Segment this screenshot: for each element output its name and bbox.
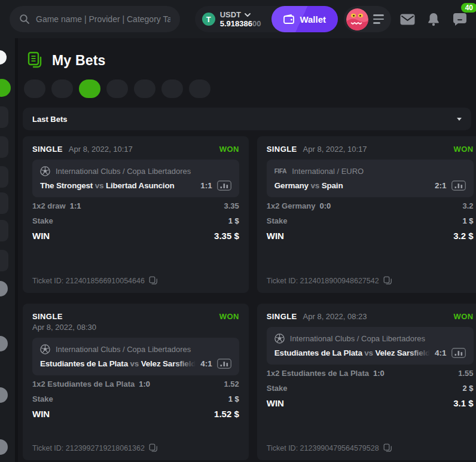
bet-type: SINGLE [32,145,63,154]
bet-card: SINGLE Apr 8, 2022, 10:17 WON FIFA Inter… [257,136,476,293]
win-row: WIN 1.52 $ [32,408,239,420]
menu-icon[interactable] [373,14,384,24]
filter-pill[interactable] [24,79,45,98]
notifications-button[interactable] [423,9,444,29]
caret-down-icon [457,118,462,121]
match-panel[interactable]: FIFA International Clubs / Copa Libertad… [267,327,474,365]
avatar[interactable] [346,8,368,30]
sidebar-item[interactable] [0,250,8,271]
bet-selection-row: 1x2 Estudiantes de La Plata1:0 1.55 [267,367,474,380]
match-teams: Estudiantes de La Plata vs Velez Sarsfie… [40,359,196,368]
stats-icon[interactable] [451,180,466,191]
bet-selection: 1x2 Estudiantes de La Plata [32,380,135,388]
win-value: 3.35 $ [214,230,239,242]
win-row: WIN 3.1 $ [267,397,474,409]
bet-selection-row: 1x2 draw1:1 3.35 [32,200,239,212]
stats-icon[interactable] [217,359,231,369]
stake-row: Stake 1 $ [32,393,239,405]
sidebar-item[interactable] [0,439,8,455]
match-teams: Germany vs Spain [274,181,430,190]
stats-icon[interactable] [217,180,231,191]
filter-pill[interactable] [51,79,73,98]
filter-pill[interactable] [134,79,155,98]
bet-type: SINGLE [267,145,297,154]
bet-selection: 1x2 draw [32,201,66,210]
bet-selection-score: 0:0 [319,201,331,210]
copy-icon[interactable] [149,443,158,452]
balance-pill: T USDT 5.91838600 Wallet [195,6,338,32]
stake-row: Stake 1 $ [32,215,239,227]
filter-pill[interactable] [79,79,100,98]
win-label: WIN [32,230,50,242]
stake-row: Stake 2 $ [267,382,474,394]
chat-icon [453,13,467,26]
bet-date: Apr 8, 2022, 08:23 [303,312,367,321]
match-panel[interactable]: FIFA International Clubs / Copa Libertad… [32,338,239,375]
fifa-icon: FIFA [274,168,286,175]
win-value: 1.52 $ [214,408,239,420]
filter-pill[interactable] [106,79,128,98]
my-bets-page: My Bets Last Bets SINGLE Apr 8, 2022, 10… [18,38,476,460]
match-panel[interactable]: FIFA International / EURO Germany vs Spa… [267,160,474,197]
ticket-id: 2124018900948627542 [300,277,379,285]
stake-value: 1 $ [228,393,239,405]
sidebar-item[interactable] [0,281,8,296]
stake-label: Stake [267,382,288,394]
sidebar-item[interactable] [0,387,8,403]
ticket-id: 2123990479564579528 [300,444,379,452]
win-row: WIN 3.35 $ [32,230,239,242]
copy-icon[interactable] [383,276,392,285]
ticket-label: Ticket ID: [32,277,63,285]
win-row: WIN 3.2 $ [267,230,474,242]
sidebar-item[interactable] [0,192,8,214]
wallet-label: Wallet [300,14,326,25]
match-score: 4:1 [435,348,447,357]
league-name: International Clubs / Copa Libertadores [290,334,425,343]
currency-selector[interactable]: USDT 5.91838600 [220,10,267,28]
league-name: International / EURO [292,167,364,176]
sidebar-item[interactable] [0,336,8,351]
sidebar-item[interactable] [0,50,7,65]
last-bets-label: Last Bets [32,115,68,124]
last-bets-select[interactable]: Last Bets [23,108,471,130]
bet-card-header: SINGLE Apr 8, 2022, 10:17 WON [267,145,474,154]
stake-label: Stake [267,215,288,227]
stats-icon[interactable] [451,348,466,358]
bet-date: Apr 8, 2022, 10:17 [303,145,367,154]
ticket-row: Ticket ID: 2124018566910054646 [32,276,158,285]
filter-pill[interactable] [161,79,183,98]
wallet-button[interactable]: Wallet [271,6,338,32]
ticket-label: Ticket ID: [267,277,298,285]
ticket-id: 2123992719218061362 [66,444,145,452]
topbar: T USDT 5.91838600 Wallet [0,0,476,38]
search-input[interactable] [36,14,170,24]
search-bar[interactable] [10,6,180,32]
sidebar-item-active[interactable] [0,79,11,97]
ticket-row: Ticket ID: 2124018900948627542 [267,276,392,285]
copy-icon[interactable] [149,276,158,285]
stake-value: 1 $ [462,215,473,227]
stake-value: 1 $ [228,215,239,227]
bet-card: SINGLE Apr 8, 2022, 10:17 WON FIFA Inter… [23,136,249,293]
currency-label: USDT [220,10,241,19]
soccer-icon [274,334,285,344]
league-name: International Clubs / Copa Libertadores [56,167,191,176]
usdt-icon: T [202,13,215,26]
mail-button[interactable] [397,9,417,29]
sidebar-item[interactable] [0,166,8,188]
bet-selection-score: 1:1 [70,201,81,210]
win-value: 3.1 $ [453,397,473,409]
sidebar-item[interactable] [0,220,8,241]
chat-button[interactable]: 40 [450,9,470,29]
match-teams: The Strongest vs Libertad Asuncion [40,181,196,190]
status-badge: WON [454,312,474,321]
sidebar-item[interactable] [0,106,8,128]
win-label: WIN [267,230,284,242]
copy-icon[interactable] [383,443,392,452]
filter-pill[interactable] [189,79,210,98]
sidebar-item[interactable] [0,136,8,158]
bet-card-header: SINGLE Apr 8, 2022, 08:23 WON [267,312,474,321]
match-panel[interactable]: FIFA International Clubs / Copa Libertad… [32,160,239,197]
chat-badge: 40 [461,3,476,13]
ticket-label: Ticket ID: [267,444,298,452]
